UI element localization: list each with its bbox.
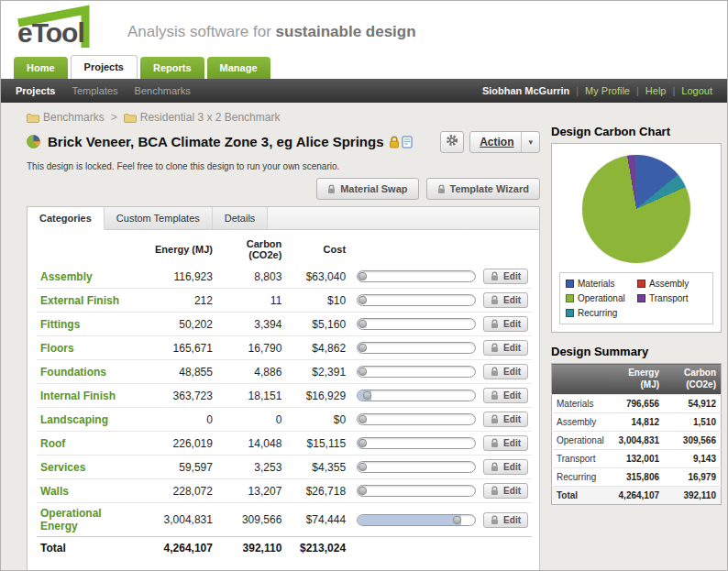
template-wizard-button[interactable]: Template Wizard (426, 178, 541, 200)
edit-button[interactable]: Edit (483, 459, 528, 475)
energy-value: 0 (141, 408, 216, 432)
summary-energy: 132,001 (609, 450, 664, 468)
slider-thumb[interactable] (358, 272, 367, 280)
category-name[interactable]: Services (37, 456, 141, 479)
edit-button[interactable]: Edit (483, 364, 528, 379)
edit-label: Edit (503, 486, 521, 496)
nav-tab-projects[interactable]: Projects (71, 55, 138, 79)
button-label: Material Swap (340, 183, 407, 194)
edit-cell: Edit (480, 313, 532, 336)
category-slider[interactable] (357, 485, 476, 497)
edit-button[interactable]: Edit (483, 340, 528, 356)
subnav-link-projects[interactable]: Projects (16, 85, 55, 96)
subnav-link-templates[interactable]: Templates (72, 85, 117, 96)
category-slider[interactable] (357, 514, 476, 526)
edit-button[interactable]: Edit (483, 512, 528, 528)
panel-tab-custom-templates[interactable]: Custom Templates (105, 207, 213, 229)
summary-label: Assembly (552, 413, 609, 432)
nav-tab-manage[interactable]: Manage (207, 57, 270, 79)
category-name[interactable]: Walls (37, 479, 141, 503)
category-slider[interactable] (357, 413, 476, 425)
lock-icon (491, 486, 499, 496)
category-name[interactable]: Foundations (37, 360, 141, 384)
lock-icon (491, 295, 499, 305)
energy-value: 212 (141, 289, 216, 313)
user-link-logout[interactable]: Logout (681, 85, 712, 96)
summary-label: Total (552, 487, 609, 505)
edit-button[interactable]: Edit (483, 435, 528, 451)
user-link-help[interactable]: Help (645, 85, 667, 96)
edit-label: Edit (503, 390, 521, 401)
edit-button[interactable]: Edit (483, 292, 528, 308)
action-dropdown-button[interactable]: Action ▾ (469, 131, 540, 153)
nav-tab-reports[interactable]: Reports (140, 57, 204, 79)
edit-button[interactable]: Edit (483, 269, 528, 284)
logo-text: eTool (17, 17, 84, 49)
category-name[interactable]: Roof (37, 432, 141, 456)
nav-tab-home[interactable]: Home (14, 57, 68, 79)
separator: | (672, 85, 675, 96)
panel-tabs: CategoriesCustom TemplatesDetails (28, 207, 539, 230)
breadcrumb-item-benchmarks[interactable]: Benchmarks (27, 111, 105, 124)
slider-thumb[interactable] (453, 516, 461, 524)
summary-energy: 14,812 (609, 413, 664, 432)
legend-label: Assembly (649, 279, 689, 289)
category-name[interactable]: Floors (37, 336, 141, 360)
category-name[interactable]: Operational Energy (37, 503, 141, 537)
table-row-foundations: Foundations48,8554,886$2,391Edit (37, 360, 532, 384)
category-slider[interactable] (357, 342, 476, 354)
tagline-prefix: Analysis software for (127, 23, 276, 40)
carbon-value: 8,803 (216, 265, 285, 289)
edit-button[interactable]: Edit (483, 316, 528, 332)
edit-button[interactable]: Edit (483, 483, 528, 499)
carbon-value: 11 (216, 289, 285, 313)
bar-cell (349, 265, 480, 289)
slider-thumb[interactable] (358, 415, 367, 423)
slider-thumb[interactable] (358, 296, 367, 304)
total-cost: $213,024 (285, 537, 349, 559)
material-swap-button[interactable]: Material Swap (316, 178, 418, 200)
bar-column-header (349, 232, 480, 265)
category-slider[interactable] (357, 390, 476, 401)
bar-cell (349, 336, 480, 360)
category-slider[interactable] (357, 366, 476, 378)
category-slider[interactable] (357, 461, 476, 473)
category-slider[interactable] (357, 270, 476, 282)
clone-document-icon[interactable] (402, 136, 413, 148)
energy-value: 48,855 (141, 360, 216, 384)
slider-thumb[interactable] (358, 463, 367, 471)
panel-tab-details[interactable]: Details (213, 207, 269, 229)
slider-thumb[interactable] (358, 368, 367, 376)
category-slider[interactable] (357, 318, 476, 330)
slider-thumb[interactable] (358, 439, 367, 447)
subnav-link-benchmarks[interactable]: Benchmarks (135, 85, 191, 96)
title-row: Brick Veneer, BCA Climate Zone 3, eg Ali… (27, 129, 540, 154)
settings-gear-button[interactable] (440, 131, 464, 153)
summary-label-column-header (552, 364, 609, 395)
cost-column-header: Cost (285, 232, 349, 265)
legend-label: Operational (578, 293, 625, 303)
category-name[interactable]: Internal Finish (37, 384, 141, 408)
edit-button[interactable]: Edit (483, 388, 528, 403)
category-name[interactable]: External Finish (37, 289, 141, 313)
edit-button[interactable]: Edit (483, 412, 528, 427)
slider-thumb[interactable] (358, 487, 367, 495)
edit-cell: Edit (480, 289, 532, 313)
table-row-internal-finish: Internal Finish363,72318,151$16,929Edit (37, 384, 532, 408)
category-name[interactable]: Fittings (37, 313, 141, 336)
lock-icon (491, 343, 499, 353)
page: eTool Analysis software for sustainable … (0, 0, 728, 571)
slider-thumb[interactable] (358, 320, 367, 328)
user-link-my-profile[interactable]: My Profile (585, 85, 630, 96)
category-name[interactable]: Assembly (37, 265, 141, 289)
slider-thumb[interactable] (358, 344, 367, 352)
carbon-value: 3,253 (216, 456, 285, 479)
table-row-floors: Floors165,67116,790$4,862Edit (37, 336, 532, 360)
category-slider[interactable] (357, 294, 476, 306)
category-name[interactable]: Landscaping (37, 408, 141, 432)
category-slider[interactable] (357, 437, 476, 449)
breadcrumb-item-residential-3-x-2-benchmark[interactable]: Residential 3 x 2 Benchmark (124, 111, 281, 124)
bar-cell (349, 313, 480, 336)
energy-value: 165,671 (141, 336, 216, 360)
panel-tab-categories[interactable]: Categories (28, 207, 105, 230)
